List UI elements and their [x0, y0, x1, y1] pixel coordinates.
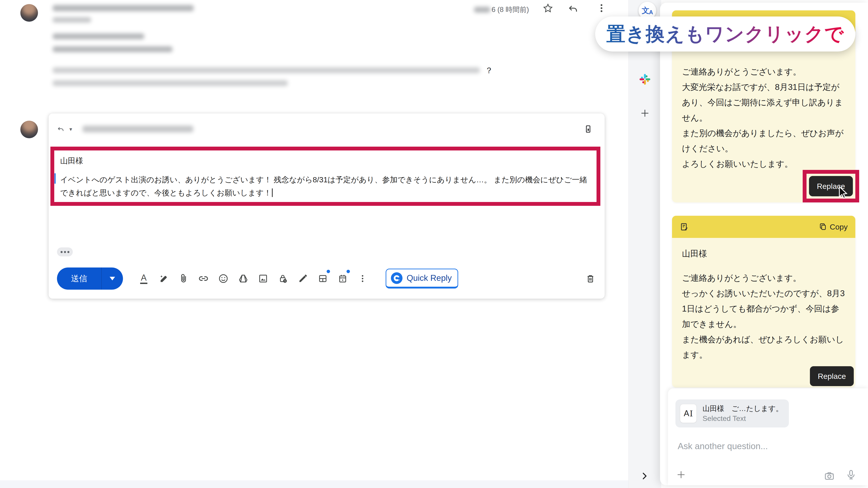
compose-card: ▾ 山田様 イベントへのゲスト出演のお誘い、ありがとうございます！ 残念ながら8…	[49, 113, 604, 299]
my-avatar	[20, 121, 38, 138]
screen: 6 (8 時間前) ？ ▾ 山田様 イベントへのゲスト出演のお誘い、ありがとうご…	[0, 0, 868, 488]
chat-input[interactable]	[678, 438, 836, 454]
attach-plus-icon[interactable]	[676, 469, 686, 481]
draft-body[interactable]: イベントへのゲスト出演のお誘い、ありがとうございます！ 残念ながら8/31は予定…	[60, 173, 591, 199]
insert-emoji-icon[interactable]	[213, 267, 233, 290]
slack-icon[interactable]	[639, 74, 651, 86]
email-body-line-redacted	[53, 80, 288, 86]
send-options-button[interactable]	[101, 267, 123, 290]
layout-table-icon[interactable]	[313, 267, 333, 290]
suggestion-line: せっかくお誘いいただいたのですが、8月31日はどうしても都合がつかず、今回は参加…	[682, 286, 845, 332]
recipient-dropdown-caret[interactable]: ▾	[69, 126, 72, 132]
copy-icon	[819, 223, 827, 231]
attach-file-icon[interactable]	[174, 267, 193, 290]
replace-button[interactable]: Replace	[810, 366, 854, 386]
recipient-line-redacted	[53, 17, 91, 23]
email-body-line-redacted	[53, 46, 173, 52]
timestamp-redacted-part	[474, 7, 490, 13]
gmail-page-background-strip	[0, 480, 628, 488]
suggestion-line: また機会があれば、ぜひよろしくお願いします。	[682, 332, 845, 363]
more-vert-icon[interactable]	[596, 3, 607, 14]
tutorial-banner: 置き換えもワンクリックで	[595, 17, 855, 52]
notification-dot	[327, 270, 330, 273]
copy-button[interactable]: Copy	[819, 223, 848, 231]
suggestion-line: ご連絡ありがとうございます。	[682, 64, 845, 79]
more-options-icon[interactable]	[352, 267, 373, 290]
send-button[interactable]: 送信	[57, 267, 101, 290]
selected-text-chip[interactable]: AI 山田様 ご…たします。 Selected Text	[675, 399, 789, 427]
drive-icon[interactable]	[233, 267, 253, 290]
discard-draft-icon[interactable]	[584, 267, 597, 290]
note-edit-icon	[680, 222, 689, 231]
selection-caret	[55, 173, 56, 184]
suggestion-card: Copy 山田様ご連絡ありがとうございます。せっかくお誘いいただいたのですが、8…	[672, 216, 855, 387]
copy-label: Copy	[830, 223, 848, 231]
tutorial-banner-text: 置き換えもワンクリックで	[607, 21, 844, 47]
sender-avatar[interactable]	[20, 4, 38, 22]
formatting-options-icon[interactable]: A	[134, 267, 154, 290]
confidential-mode-icon[interactable]	[273, 267, 293, 290]
chip-subtitle: Selected Text	[703, 414, 783, 423]
star-icon[interactable]	[542, 3, 553, 15]
email-meta: 6 (8 時間前)	[461, 5, 529, 14]
insert-image-icon[interactable]	[253, 267, 273, 290]
collapse-panel-chevron-icon[interactable]	[640, 471, 649, 482]
extension-rail	[628, 0, 661, 488]
suggestion-text: 山田様ご連絡ありがとうございます。せっかくお誘いいただいたのですが、8月31日は…	[672, 238, 855, 387]
mouse-cursor	[836, 185, 851, 199]
quick-reply-label: Quick Reply	[407, 273, 452, 283]
calendar-icon[interactable]	[333, 267, 352, 290]
draft-body-text: イベントへのゲスト出演のお誘い、ありがとうございます！ 残念ながら8/31は予定…	[60, 175, 587, 197]
quick-reply-button[interactable]: Quick Reply	[385, 269, 458, 289]
suggestion-line: ご連絡ありがとうございます。	[682, 270, 845, 286]
text-select-icon: AI	[680, 404, 697, 423]
add-extension-icon[interactable]	[640, 108, 650, 119]
email-body-line-redacted	[53, 33, 144, 39]
send-dropdown-caret	[110, 277, 115, 281]
mic-icon[interactable]	[845, 469, 857, 481]
ai-compose-icon[interactable]	[154, 267, 174, 290]
email-body-visible-tail: ？	[485, 65, 493, 76]
show-trimmed-content-button[interactable]	[57, 248, 73, 256]
reply-icon[interactable]	[568, 3, 578, 15]
draft-highlight-box[interactable]: 山田様 イベントへのゲスト出演のお誘い、ありがとうございます！ 残念ながら8/3…	[51, 147, 600, 206]
suggestion-line	[682, 261, 845, 270]
signature-pen-icon[interactable]	[293, 267, 313, 290]
camera-icon[interactable]	[824, 470, 835, 483]
send-split-button: 送信	[57, 267, 123, 290]
compose-toolbar: 送信 A	[57, 267, 597, 290]
translate-icon: 文	[642, 5, 649, 16]
suggestion-line: よろしくお願いいたします。	[682, 156, 845, 172]
email-body-line-redacted	[53, 67, 480, 73]
notification-dot	[346, 270, 350, 273]
reply-type-icon[interactable]	[57, 125, 64, 134]
sender-name-redacted	[53, 5, 194, 11]
draft-greeting[interactable]: 山田様	[60, 154, 591, 167]
popout-icon[interactable]	[584, 125, 592, 134]
text-cursor	[272, 188, 273, 197]
suggestion-line: 大変光栄なお話ですが、8月31日は予定があり、今回はご期待に添えず申し訳ありませ…	[682, 79, 845, 126]
insert-link-icon[interactable]	[193, 267, 213, 290]
quick-reply-logo-icon	[391, 272, 403, 285]
chip-title: 山田様 ご…たします。	[703, 403, 783, 414]
suggestion-line: 山田様	[682, 246, 845, 261]
suggestion-line: また別の機会がありましたら、ぜひお声がけください。	[682, 126, 845, 156]
compose-recipient-redacted	[83, 126, 193, 132]
suggestion-card-header: Copy	[672, 216, 855, 238]
timestamp: 6 (8 時間前)	[492, 5, 529, 14]
